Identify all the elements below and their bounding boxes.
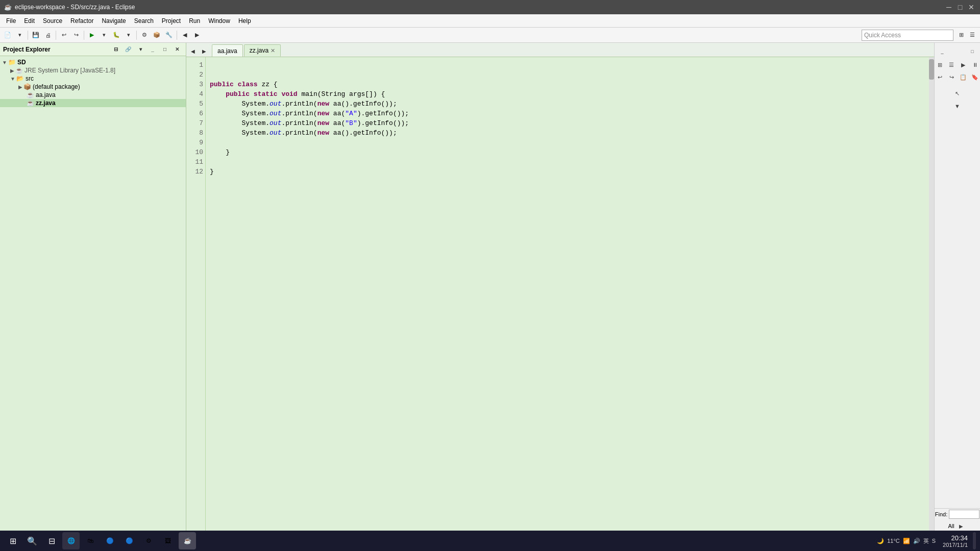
project-explorer-title: Project Explorer: [3, 46, 51, 53]
menu-refactor[interactable]: Refactor: [66, 16, 97, 26]
editor-vscroll-thumb[interactable]: [929, 59, 934, 80]
toolbar-undo[interactable]: ↩: [58, 30, 69, 41]
close-button[interactable]: ✕: [967, 3, 976, 12]
toolbar-sep-4: [136, 31, 137, 40]
toolbar-debug-dropdown[interactable]: ▾: [123, 30, 134, 41]
menu-project[interactable]: Project: [158, 16, 185, 26]
toolbar-perspective-btn[interactable]: ⊞: [955, 30, 967, 41]
rp-down-btn[interactable]: ▼: [952, 101, 963, 112]
taskbar-app-ie[interactable]: 🌐: [62, 532, 80, 549]
toolbar-run[interactable]: ▶: [86, 30, 97, 41]
tree-item-sd[interactable]: ▼ 📁 SD: [0, 58, 186, 66]
tab-zz-close[interactable]: ✕: [271, 47, 275, 54]
pe-min-btn[interactable]: _: [147, 44, 158, 55]
rp-btn-5[interactable]: ↩: [934, 71, 945, 83]
tree-label-src: src: [26, 75, 34, 82]
window-controls[interactable]: ─ □ ✕: [944, 3, 976, 12]
tab-zz-label: zz.java: [250, 47, 268, 54]
menu-search[interactable]: Search: [130, 16, 158, 26]
rp-btn-6[interactable]: ↪: [946, 71, 957, 83]
maximize-button[interactable]: □: [955, 3, 965, 12]
rp-cursor-btn[interactable]: ↖: [952, 88, 963, 99]
line-numbers: 1 2 3 4 5 6 7 8 9 10 11 12: [186, 57, 206, 537]
tray-lang: 英: [923, 537, 929, 545]
pe-link-btn[interactable]: 🔗: [122, 44, 134, 55]
menu-source[interactable]: Source: [39, 16, 66, 26]
taskbar-app-eclipse[interactable]: ☕: [179, 532, 196, 549]
rp-min-btn[interactable]: _: [937, 46, 948, 57]
menu-run[interactable]: Run: [185, 16, 204, 26]
taskbar-task-btn[interactable]: ⊟: [43, 532, 60, 549]
editor-area: ◀ ▶ aa.java zz.java ✕ 1 2 3 4 5 6 7 8: [186, 43, 934, 537]
taskbar-show-desktop-btn[interactable]: [973, 532, 976, 549]
tree-item-src[interactable]: ▼ 📂 src: [0, 74, 186, 83]
menu-window[interactable]: Window: [204, 16, 234, 26]
tree-arrow-src: ▼: [10, 76, 15, 82]
pe-max-btn[interactable]: □: [159, 44, 170, 55]
taskbar-app-cortana[interactable]: 🔵: [120, 532, 138, 549]
taskbar-date: 2017/11/1: [943, 542, 968, 548]
taskbar-left: ⊞ 🔍 ⊟ 🌐 🛍 🔵 🔵 ⚙ 🖼 ☕: [4, 532, 196, 549]
toolbar-ext1[interactable]: ⚙: [139, 30, 150, 41]
toolbar-print[interactable]: 🖨: [42, 30, 54, 41]
menu-file[interactable]: File: [2, 16, 20, 26]
taskbar-app-edge[interactable]: 🔵: [101, 532, 118, 549]
project-explorer-content: ▼ 📁 SD ▶ ☕ JRE System Library [JavaSE-1.…: [0, 56, 186, 537]
title-bar: ☕ eclipse-workspace - SD/src/zz.java - E…: [0, 0, 980, 14]
editor-vscroll[interactable]: [929, 57, 934, 537]
taskbar-start-btn[interactable]: ⊞: [4, 532, 21, 549]
toolbar-next[interactable]: ▶: [191, 30, 203, 41]
toolbar-new-dropdown[interactable]: ▾: [14, 30, 26, 41]
tab-aa[interactable]: aa.java: [212, 44, 243, 57]
taskbar-app-settings[interactable]: ⚙: [140, 532, 157, 549]
toolbar-save[interactable]: 💾: [30, 30, 41, 41]
find-input[interactable]: [949, 510, 979, 519]
java-icon-aa: ☕: [27, 91, 34, 98]
tree-item-zz[interactable]: ☕ zz.java: [0, 99, 186, 107]
code-content[interactable]: public class zz { public static void mai…: [206, 57, 934, 537]
taskbar-search-btn[interactable]: 🔍: [23, 532, 41, 549]
tab-bar: ◀ ▶ aa.java zz.java ✕: [186, 43, 934, 57]
menu-help[interactable]: Help: [234, 16, 255, 26]
rp-btn-4[interactable]: ⏸: [969, 59, 980, 70]
toolbar-run-dropdown[interactable]: ▾: [99, 30, 110, 41]
tree-item-default-pkg[interactable]: ▶ 📦 (default package): [0, 83, 186, 91]
minimize-button[interactable]: ─: [944, 3, 953, 12]
editor-back-btn[interactable]: ◀: [187, 45, 199, 57]
find-all-btn[interactable]: ▶: [955, 520, 967, 532]
tree-item-aa[interactable]: ☕ aa.java: [0, 91, 186, 99]
toolbar-redo[interactable]: ↪: [70, 30, 82, 41]
quick-access-input[interactable]: Quick Access: [862, 30, 953, 41]
rp-row-2: ↩ ↪ 📋 🔖: [934, 71, 980, 83]
taskbar-app-photos[interactable]: 🖼: [159, 532, 177, 549]
tree-arrow-jre: ▶: [10, 68, 14, 73]
editor-fwd-btn[interactable]: ▶: [199, 45, 210, 57]
pe-close-btn[interactable]: ✕: [172, 44, 183, 55]
tab-zz[interactable]: zz.java ✕: [244, 44, 281, 57]
sys-tray: 🌙 11°C 📶 🔊 英 S: [877, 537, 936, 545]
menu-edit[interactable]: Edit: [20, 16, 39, 26]
toolbar-ext2[interactable]: 📦: [151, 30, 162, 41]
rp-btn-3[interactable]: ▶: [958, 59, 969, 70]
toolbar-view-btn[interactable]: ☰: [967, 30, 978, 41]
toolbar-debug[interactable]: 🐛: [111, 30, 122, 41]
project-explorer-header: Project Explorer ⊟ 🔗 ▾ _ □ ✕: [0, 43, 186, 56]
pe-menu-btn[interactable]: ▾: [135, 44, 146, 55]
rp-btn-2[interactable]: ☰: [946, 59, 957, 70]
rp-btn-1[interactable]: ⊞: [934, 59, 945, 70]
tree-item-jre[interactable]: ▶ ☕ JRE System Library [JavaSE-1.8]: [0, 66, 186, 74]
project-explorer: Project Explorer ⊟ 🔗 ▾ _ □ ✕ ▼ 📁 SD ▶ ☕ …: [0, 43, 186, 537]
toolbar-ext3[interactable]: 🔧: [163, 30, 175, 41]
rp-btn-7[interactable]: 📋: [958, 71, 969, 83]
menu-navigate[interactable]: Navigate: [97, 16, 130, 26]
toolbar-prev[interactable]: ◀: [179, 30, 190, 41]
toolbar-new[interactable]: 📄: [2, 30, 13, 41]
rp-max-btn[interactable]: □: [967, 46, 978, 57]
rp-btn-8[interactable]: 🔖: [969, 71, 980, 83]
code-editor[interactable]: 1 2 3 4 5 6 7 8 9 10 11 12 public class …: [186, 57, 934, 537]
tree-label-default-pkg: (default package): [33, 83, 80, 90]
src-icon: 📂: [16, 75, 24, 82]
taskbar-app-store[interactable]: 🛍: [82, 532, 99, 549]
pe-collapse-btn[interactable]: ⊟: [110, 44, 121, 55]
tree-arrow-sd: ▼: [2, 60, 7, 65]
